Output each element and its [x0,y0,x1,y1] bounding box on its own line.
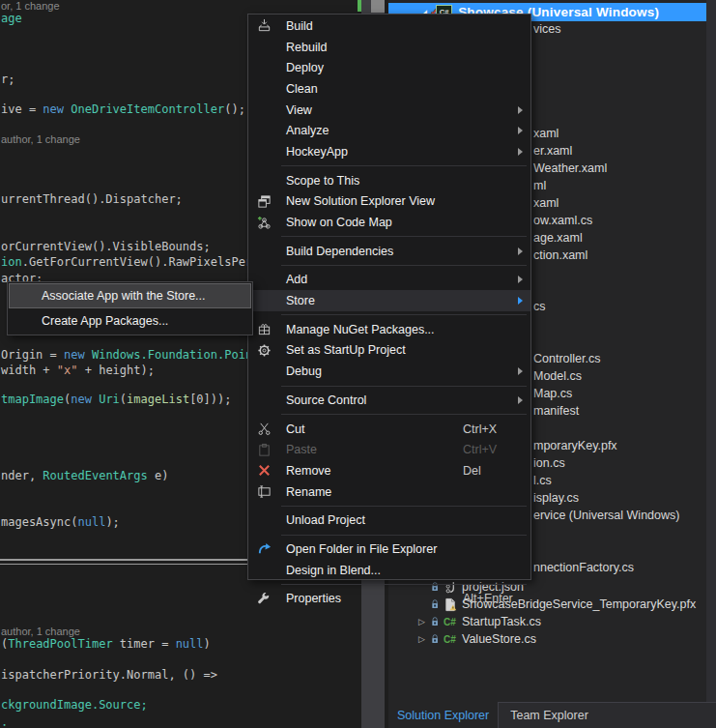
code-token: [0])); [189,393,231,406]
tree-item-fragment[interactable]: Map.cs [533,387,572,400]
menu-item-rebuild[interactable]: Rebuild [248,37,530,58]
menu-separator [248,162,530,170]
project-context-menu: BuildRebuildDeployCleanViewAnalyzeHockey… [247,14,531,580]
lock-icon [431,616,442,628]
code-token: ive = [1,102,43,116]
code-line: nder, RoutedEventArgs e) [1,469,168,483]
code-line: age [1,12,22,26]
paste-icon [257,443,272,457]
codelens-info: or, 1 change [1,0,60,12]
tree-item-fragment[interactable]: ml [533,179,546,192]
wrench-icon [257,592,272,606]
tree-item-fragment[interactable]: manifest [533,404,579,418]
menu-item-label: Cut [286,422,304,436]
tree-item-fragment[interactable]: Controller.cs [533,352,600,365]
tree-item-valuestore-cs[interactable]: ▷C#ValueStore.cs [388,630,706,648]
submenu-arrow-icon [518,248,523,255]
menu-item-unload-project[interactable]: Unload Project [248,510,530,531]
code-line: (ThreadPoolTimer timer = null) [1,637,211,652]
tree-item-label: StartupTask.cs [462,615,541,628]
tree-item-startuptask-cs[interactable]: ▷C#StartupTask.cs [388,613,706,630]
csharp-file-icon: C# [444,632,456,646]
tree-item-fragment[interactable]: l.cs [533,474,552,487]
menu-item-properties[interactable]: PropertiesAlt+Enter [248,589,530,610]
tree-item-fragment[interactable]: ion.cs [533,456,565,470]
tree-item-fragment[interactable]: isplay.cs [533,491,579,505]
menu-item-label: Open Folder in File Explorer [286,542,437,556]
menu-item-clean[interactable]: Clean [248,78,530,100]
menu-item-cut[interactable]: CutCtrl+X [248,419,530,440]
code-token: new [71,393,99,406]
submenu-item-associate-app-with-the-store[interactable]: Associate App with the Store... [9,283,251,308]
tree-item-fragment[interactable]: cs [533,300,546,313]
code-token: ckgroundImage.Source; [1,698,148,712]
change-mark [358,0,361,12]
code-token: null [77,515,105,529]
codelens-info: author, 1 change [1,133,80,145]
menu-item-label: Show on Code Map [286,216,392,229]
code-token: magesAsync( [1,515,77,529]
menu-item-label: Unload Project [286,513,365,527]
open-folder-icon [257,541,272,556]
menu-separator [248,233,530,241]
menu-item-new-solution-explorer-view[interactable]: New Solution Explorer View [248,191,530,213]
menu-separator [248,581,530,589]
submenu-arrow-icon [518,106,523,114]
menu-item-store[interactable]: Store [248,290,530,311]
menu-item-paste[interactable]: PasteCtrl+V [248,439,530,460]
menu-item-view[interactable]: View [248,100,530,121]
tree-item-fragment[interactable]: xaml [533,196,558,210]
menu-item-source-control[interactable]: Source Control [248,390,530,411]
tree-item-fragment[interactable]: ervice (Universal Windows) [533,509,679,522]
tree-item-fragment[interactable]: ction.xaml [533,248,587,262]
menu-item-open-folder-in-file-explorer[interactable]: Open Folder in File Explorer [248,539,530,560]
editor-scrollbar-thumb[interactable] [371,0,385,13]
tree-item-fragment[interactable]: er.xaml [533,144,572,158]
menu-item-debug[interactable]: Debug [248,361,530,382]
menu-item-label: Paste [286,443,317,456]
tree-item-fragment[interactable]: vices [533,22,560,36]
tree-item-fragment[interactable]: mporaryKey.pfx [533,439,617,452]
tree-item-fragment[interactable]: Weather.xaml [533,161,607,175]
menu-item-manage-nuget-packages[interactable]: Manage NuGet Packages... [248,319,530,340]
menu-item-design-in-blend[interactable]: Design in Blend... [248,560,530,581]
tab-solution-explorer[interactable]: Solution Explorer [388,702,498,728]
tree-item-fragment[interactable]: xaml [533,127,558,140]
expander-collapsed-icon[interactable]: ▷ [418,617,425,626]
gear-icon [257,343,272,358]
menu-item-label: Set as StartUp Project [286,343,406,357]
menu-item-analyze[interactable]: Analyze [248,120,530,141]
menu-shortcut: Ctrl+V [463,443,497,456]
solution-explorer-scrollbar[interactable] [706,0,716,702]
submenu-item-create-app-packages[interactable]: Create App Packages... [9,308,251,334]
menu-item-label: Build Dependencies [286,245,393,258]
menu-item-remove[interactable]: RemoveDel [248,460,530,481]
menu-item-deploy[interactable]: Deploy [248,57,530,78]
code-token: ) [204,637,211,651]
menu-item-add[interactable]: Add [248,270,530,291]
expander-collapsed-icon[interactable]: ▷ [418,634,425,644]
menu-item-hockeyapp[interactable]: HockeyApp [248,141,530,162]
remove-icon [257,463,272,478]
menu-item-scope-to-this[interactable]: Scope to This [248,170,530,191]
menu-separator [248,531,530,539]
code-token: age [1,12,22,25]
menu-separator [248,411,530,419]
code-map-icon [257,216,272,230]
submenu-item-label: Associate App with the Store... [42,289,206,303]
tab-team-explorer[interactable]: Team Explorer [499,709,600,722]
code-token: width + [1,364,57,377]
tree-item-fragment[interactable]: Model.cs [533,369,582,383]
code-token: timer = [113,637,176,651]
menu-item-label: Analyze [286,124,329,137]
tree-item-fragment[interactable]: nnectionFactory.cs [533,561,634,574]
menu-item-rename[interactable]: Rename [248,481,530,503]
code-line: r; [1,73,14,87]
menu-item-set-as-startup-project[interactable]: Set as StartUp Project [248,340,530,362]
menu-item-build[interactable]: Build [248,15,530,37]
code-line: Origin = new Windows.Foundation.Point [1,348,259,363]
tree-item-fragment[interactable]: ow.xaml.cs [533,214,592,227]
menu-item-show-on-code-map[interactable]: Show on Code Map [248,212,530,233]
menu-item-build-dependencies[interactable]: Build Dependencies [248,241,530,262]
tree-item-fragment[interactable]: age.xaml [533,231,583,245]
